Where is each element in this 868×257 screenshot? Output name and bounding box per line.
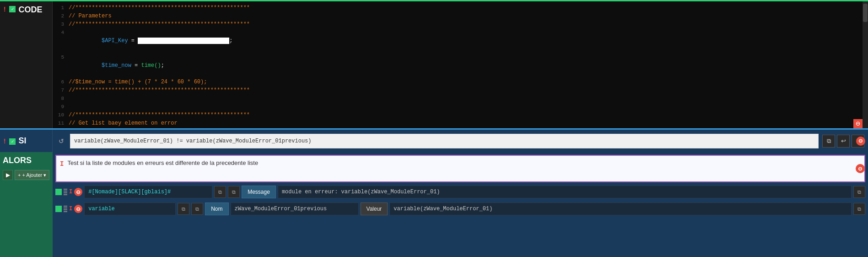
code-warning-icon: !	[3, 6, 6, 13]
row1-icon: I	[69, 189, 72, 195]
add-icon: +	[18, 172, 21, 178]
add-label: + Ajouter	[22, 172, 42, 178]
alors-label: ALORS	[3, 156, 50, 165]
row1-remove-button[interactable]: ⊖	[74, 188, 82, 196]
row2-name-input[interactable]	[84, 202, 176, 215]
code-editor[interactable]: 1 //************************************…	[53, 1, 863, 128]
scroll-end-indicator: ⊖	[853, 119, 863, 128]
scrollbar-thumb	[863, 4, 868, 22]
code-line-6: 6 //$time_now = time() + (7 * 24 * 60 * …	[53, 78, 863, 86]
si-checkbox[interactable]: ✓	[9, 138, 16, 145]
code-checkbox[interactable]: ✓	[9, 6, 16, 12]
action-rows: I ⊖ ⧉ ⧉ Message ⧉ I ⊖ ⧉ ⧉ Nom Valeur	[53, 184, 868, 219]
code-line-1: 1 //************************************…	[53, 4, 863, 12]
action-row-1: I ⊖ ⧉ ⧉ Message ⧉	[55, 184, 865, 200]
code-scrollbar[interactable]	[863, 1, 868, 128]
row1-value-input[interactable]	[278, 186, 852, 198]
si-condition-input[interactable]	[70, 134, 819, 148]
row2-nom-input[interactable]	[231, 202, 359, 215]
row1-copy-button[interactable]: ⧉	[214, 186, 226, 198]
row1-name-input[interactable]	[84, 186, 212, 198]
alors-buttons: ▶ + + Ajouter ▾	[3, 170, 50, 180]
code-line-4: 4 $API_Key = ;	[53, 28, 863, 53]
alors-header: ALORS ▶ + + Ajouter ▾	[0, 152, 53, 257]
row2-remove-button[interactable]: ⊖	[74, 205, 82, 213]
add-chevron: ▾	[43, 172, 46, 178]
row2-copy2-button[interactable]: ⧉	[191, 203, 203, 215]
code-line-2: 2 // Parameters	[53, 12, 863, 20]
row1-copy2-button[interactable]: ⧉	[228, 186, 240, 198]
alors-content: I Test si la liste de modules en erreurs…	[53, 152, 868, 257]
alors-comment-block: I Test si la liste de modules en erreurs…	[55, 155, 865, 182]
alors-expand-button[interactable]: ▶	[3, 170, 13, 180]
row2-copy-button[interactable]: ⧉	[178, 203, 189, 215]
code-line-11: 11 // Get list baey element on error	[53, 119, 863, 127]
row2-drag-handle[interactable]	[64, 206, 67, 212]
code-section: ! ✓ CODE 1 //***************************…	[0, 0, 868, 128]
si-copy-button[interactable]: ⧉	[822, 135, 835, 148]
si-controls: ↺	[53, 130, 70, 152]
si-undo-button[interactable]: ↩	[837, 135, 850, 148]
si-header: ! ✓ SI	[0, 130, 53, 152]
code-line-8: 8	[53, 94, 863, 103]
code-line-9: 9	[53, 103, 863, 111]
si-section: ! ✓ SI ↺ ⧉ ↩ ✕ ⊖	[0, 128, 868, 152]
comment-icon: I	[60, 160, 64, 168]
row2-end-button[interactable]: ⧉	[853, 203, 865, 215]
comment-remove-button[interactable]: ⊖	[856, 164, 865, 173]
row2-icon: I	[69, 206, 72, 212]
row1-end-button[interactable]: ⧉	[853, 186, 865, 198]
row1-checkbox[interactable]	[55, 189, 62, 195]
row2-nom-button[interactable]: Nom	[205, 202, 228, 215]
code-label: CODE	[18, 5, 42, 15]
code-line-10: 10 //***********************************…	[53, 111, 863, 119]
row1-message-button[interactable]: Message	[242, 186, 276, 198]
code-lines: 1 //************************************…	[53, 1, 863, 128]
code-header: ! ✓ CODE	[0, 1, 53, 128]
si-refresh-button[interactable]: ↺	[56, 136, 66, 146]
alors-section: ALORS ▶ + + Ajouter ▾ I Test si la liste…	[0, 152, 868, 257]
si-label: SI	[18, 136, 26, 146]
alors-add-button[interactable]: + + Ajouter ▾	[15, 170, 49, 180]
code-line-12: 12 //***********************************…	[53, 127, 863, 128]
row2-valeur-input[interactable]	[389, 202, 852, 215]
comment-text: Test si la liste de modules en erreurs e…	[67, 159, 258, 166]
code-line-7: 7 //************************************…	[53, 86, 863, 94]
si-warning-icon: !	[3, 138, 6, 145]
row2-valeur-button[interactable]: Valeur	[361, 202, 388, 215]
row2-checkbox[interactable]	[55, 206, 62, 212]
code-line-3: 3 //************************************…	[53, 20, 863, 28]
row1-drag-handle[interactable]	[64, 189, 67, 195]
si-remove-button[interactable]: ⊖	[856, 137, 865, 146]
action-row-2: I ⊖ ⧉ ⧉ Nom Valeur ⧉	[55, 201, 865, 217]
code-line-5: 5 $time_now = time();	[53, 53, 863, 78]
